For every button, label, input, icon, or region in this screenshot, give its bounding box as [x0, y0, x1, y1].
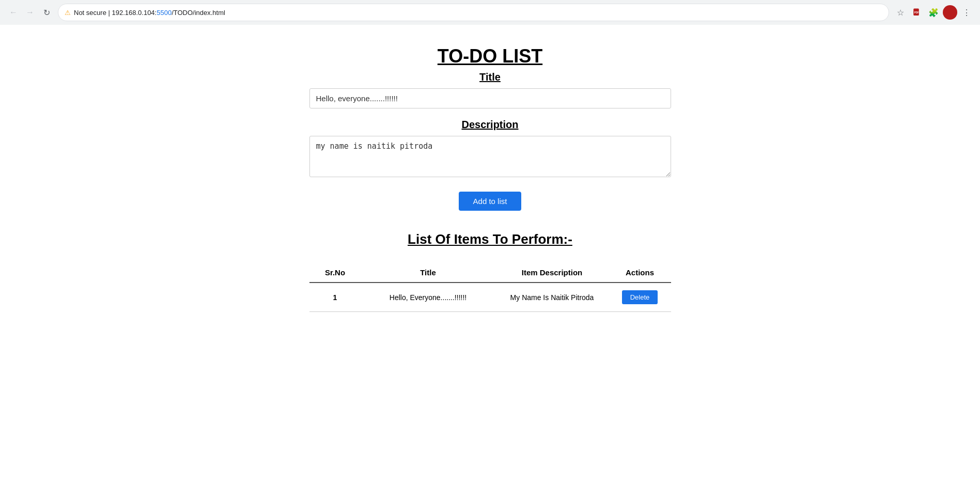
page-content: TO-DO LIST Title Description my name is …: [0, 25, 980, 501]
delete-button[interactable]: Delete: [622, 290, 658, 304]
table-row: 1 Hello, Everyone.......!!!!!! My Name I…: [309, 283, 671, 312]
col-header-desc: Item Description: [495, 263, 609, 283]
page-inner: TO-DO LIST Title Description my name is …: [309, 45, 671, 312]
title-label: Title: [309, 71, 671, 83]
table-body: 1 Hello, Everyone.......!!!!!! My Name I…: [309, 283, 671, 312]
cell-srno: 1: [309, 283, 361, 312]
browser-chrome: ← → ↻ ⚠ Not secure | 192.168.0.104:5500/…: [0, 0, 980, 25]
cell-actions: Delete: [609, 283, 671, 312]
menu-button[interactable]: ⋮: [959, 5, 974, 20]
svg-text:PDF: PDF: [914, 11, 919, 14]
url-text: Not secure | 192.168.0.104:5500/TODO/ind…: [74, 9, 882, 17]
cell-description: My Name Is Naitik Pitroda: [495, 283, 609, 312]
toolbar-right: ☆ PDF 🧩 ⋮: [893, 5, 974, 20]
back-button[interactable]: ←: [6, 5, 21, 20]
title-section: Title: [309, 71, 671, 108]
description-label: Description: [309, 119, 671, 131]
forward-button[interactable]: →: [23, 5, 37, 20]
description-section: Description my name is naitik pitroda: [309, 119, 671, 179]
address-bar[interactable]: ⚠ Not secure | 192.168.0.104:5500/TODO/i…: [58, 4, 889, 21]
page-title: TO-DO LIST: [309, 45, 671, 67]
nav-buttons: ← → ↻: [6, 5, 54, 20]
description-input[interactable]: my name is naitik pitroda: [309, 136, 671, 177]
star-button[interactable]: ☆: [893, 5, 908, 20]
col-header-actions: Actions: [609, 263, 671, 283]
security-icon: ⚠: [65, 9, 71, 17]
title-input[interactable]: [309, 88, 671, 108]
profile-avatar[interactable]: [943, 5, 957, 20]
add-to-list-button[interactable]: Add to list: [459, 192, 522, 211]
cell-title: Hello, Everyone.......!!!!!!: [361, 283, 495, 312]
browser-toolbar: ← → ↻ ⚠ Not secure | 192.168.0.104:5500/…: [0, 0, 980, 25]
pdf-icon-button[interactable]: PDF: [910, 5, 924, 20]
reload-button[interactable]: ↻: [39, 5, 54, 20]
col-header-srno: Sr.No: [309, 263, 361, 283]
table-header: Sr.No Title Item Description Actions: [309, 263, 671, 283]
list-heading: List Of Items To Perform:-: [309, 231, 671, 247]
extensions-button[interactable]: 🧩: [926, 5, 941, 20]
col-header-title: Title: [361, 263, 495, 283]
items-table: Sr.No Title Item Description Actions 1 H…: [309, 263, 671, 312]
